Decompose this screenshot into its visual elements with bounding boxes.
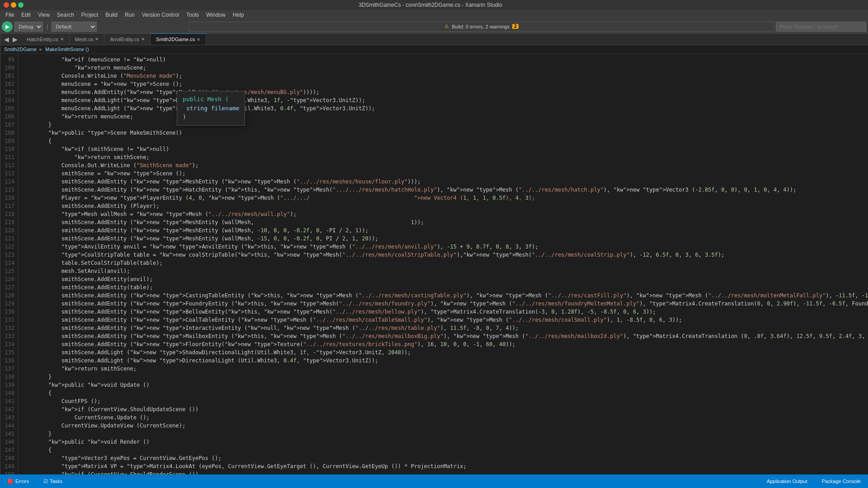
menu-version-control[interactable]: Version Control [138,11,183,19]
errors-button[interactable]: 🔴 Errors [4,477,33,486]
tab-nav: ◀ ▶ [0,36,21,43]
errors-icon: 🔴 [7,479,14,484]
code-line-156: "kw">if (CurrentView.ShouldRenderScene (… [22,470,868,474]
tasks-button[interactable]: ☑ Tasks [40,477,66,486]
code-line-124: "type">CoalStripTable table = "kw">new c… [22,251,868,259]
code-line-147: "kw">if (CurrentView.ShouldUpdateScene (… [22,405,868,413]
tooltip-line3: ) [183,113,239,122]
menu-build[interactable]: Build [102,11,121,19]
menu-file[interactable]: File [2,11,18,19]
tab-next-btn[interactable]: ▶ [11,36,19,43]
global-search-input[interactable] [776,22,866,32]
build-status-text: Build: 0 errors, 2 warnings [452,24,509,29]
app-output-label: Application Output [767,479,807,484]
code-line-150: } [22,430,868,438]
close-btn[interactable] [4,2,9,8]
tab-label-hatchentity: HatchEntity.cs [27,37,58,42]
code-line-137: smithScene.AddLight ("kw">new "type">Sha… [22,348,868,357]
code-line-105: menuScene.AddLight ("kw">new "type">Dire… [22,104,868,113]
code-line-130: smithScene.AddEntity ("kw">new "type">Fo… [22,300,868,308]
window-title: 3DSmithGameCs - core\Smith2DGame.cs - Xa… [24,2,837,8]
menu-window[interactable]: Window [203,11,229,19]
code-line-141: } [22,373,868,381]
code-line-114: smithScene = "kw">new "type">Scene (); [22,169,868,178]
editor-area: ◀ ▶ HatchEntity.cs ✕ Mesh.cs ✕ AnvilEnti… [0,33,868,474]
menu-search[interactable]: Search [53,11,78,19]
tabs-bar: ◀ ▶ HatchEntity.cs ✕ Mesh.cs ✕ AnvilEnti… [0,33,868,45]
code-line-144: { [22,389,868,397]
autocomplete-tooltip: public Mesh ( string filename ) [177,91,245,126]
menu-run[interactable]: Run [121,11,138,19]
menu-tools[interactable]: Tools [183,11,203,19]
code-line-116: smithScene.AddEntity ("kw">new "type">Ha… [22,186,868,194]
warnings-badge: 2 [512,24,519,29]
tab-close-anvilentity[interactable]: ✕ [141,37,145,42]
tab-close-mesh[interactable]: ✕ [95,37,99,42]
main-layout: Solution ✕ ▸3DSmithGameCs▾3DSmithGameCs▾… [0,33,868,474]
code-container: 9910010110210310410510610710810911011111… [0,54,868,474]
app-output-button[interactable]: Application Output [763,477,811,486]
code-line-107: } [22,121,868,129]
errors-label: Errors [15,479,29,484]
code-lines: "kw">if (menuScene != "kw">null) "kw">re… [22,56,868,474]
code-line-133: smithScene.AddEntity ("kw">new "type">In… [22,324,868,332]
tab-mesh[interactable]: Mesh.cs ✕ [70,33,105,45]
debug-config-select[interactable]: Debug [14,22,43,32]
menu-project[interactable]: Project [78,11,102,19]
run-button[interactable]: ▶ [2,21,13,32]
code-line-153: { [22,446,868,454]
code-line-109: "kw">public "type">Scene MakeSmithScene(… [22,129,868,137]
menu-help[interactable]: Help [229,11,248,19]
platform-select[interactable]: Default [52,22,97,32]
menu-bar: File Edit View Search Project Build Run … [0,10,868,20]
package-console-label: Package Console [822,479,861,484]
title-bar: 3DSmithGameCs - core\Smith2DGame.cs - Xa… [0,0,868,10]
warning-icon: ⚠ [444,23,449,29]
code-line-152: "kw">public "kw">void Render () [22,438,868,446]
menu-edit[interactable]: Edit [18,11,34,19]
code-line-106: "kw">return menuScene; [22,113,868,121]
code-line-104: menuScene.AddLight("kw">new "type">Direc… [22,96,868,104]
tab-hatchentity[interactable]: HatchEntity.cs ✕ [21,33,70,45]
tooltip-line2: string filename [183,104,239,113]
code-line-122: smithScene.AddEntity ("kw">new "type">Me… [22,235,868,243]
code-line-134: smithScene.AddEntity ("kw">new "type">Ma… [22,332,868,340]
code-line-113: Console.Out.WriteLine ("SmithScene made"… [22,161,868,169]
tab-label-anvilentity: AnvilEntity.cs [110,37,139,42]
code-line-123: "type">AnvilEntity anvil = "kw">new "typ… [22,243,868,251]
code-line-143: "kw">public "kw">void Update () [22,381,868,389]
tab-close-hatchentity[interactable]: ✕ [60,37,64,42]
code-line-135: smithScene.AddEntity ("kw">new "type">Fl… [22,340,868,348]
code-line-110: { [22,137,868,145]
tab-smith2dgame[interactable]: Smith2DGame.cs ✕ [151,33,206,45]
tasks-icon: ☑ [43,479,48,484]
toolbar-separator: | [45,23,50,30]
menu-view[interactable]: View [34,11,53,19]
code-line-103: menuScene.AddEntity("kw">new "type">Mesh… [22,88,868,96]
toolbar: ▶ Debug | Default ⚠ Build: 0 errors, 2 w… [0,20,868,33]
code-line-102: menuScene = "kw">new "type">Scene (); [22,80,868,88]
tooltip-line1: public Mesh ( [183,95,239,104]
code-line-154: "type">Vector3 eyePos = CurrentView.GetE… [22,454,868,462]
maximize-btn[interactable] [18,2,24,8]
minimize-btn[interactable] [11,2,16,8]
code-line-126: mesh.SetAnvil(anvil); [22,267,868,275]
line-numbers: 9910010110210310410510610710810911011111… [0,54,19,474]
tab-prev-btn[interactable]: ◀ [2,36,11,43]
breadcrumb: Smith2DGame ► MakeSmithScene () [0,45,868,54]
breadcrumb-part1: Smith2DGame [4,47,37,52]
package-console-button[interactable]: Package Console [818,477,864,486]
tab-label-mesh: Mesh.cs [75,37,94,42]
bottom-bar: 🔴 Errors ☑ Tasks Application Output Pack… [0,474,868,488]
code-line-140: "kw">return smithScene; [22,365,868,373]
code-line-100: "kw">return menuScene; [22,64,868,72]
code-line-127: smithScene.AddEntity(anvil); [22,275,868,283]
code-editor[interactable]: "kw">if (menuScene != "kw">null) "kw">re… [19,54,868,474]
code-line-125: table.SetCoalStripTable(table); [22,259,868,267]
code-line-121: smithScene.AddEntity ("kw">new "type">Me… [22,226,868,235]
tab-anvilentity[interactable]: AnvilEntity.cs ✕ [104,33,151,45]
code-line-128: smithScene.AddEntity(table); [22,283,868,291]
code-line-148: CurrentScene.Update (); [22,413,868,422]
tab-close-smith2dgame[interactable]: ✕ [197,37,200,42]
breadcrumb-part2: MakeSmithScene () [45,47,89,52]
